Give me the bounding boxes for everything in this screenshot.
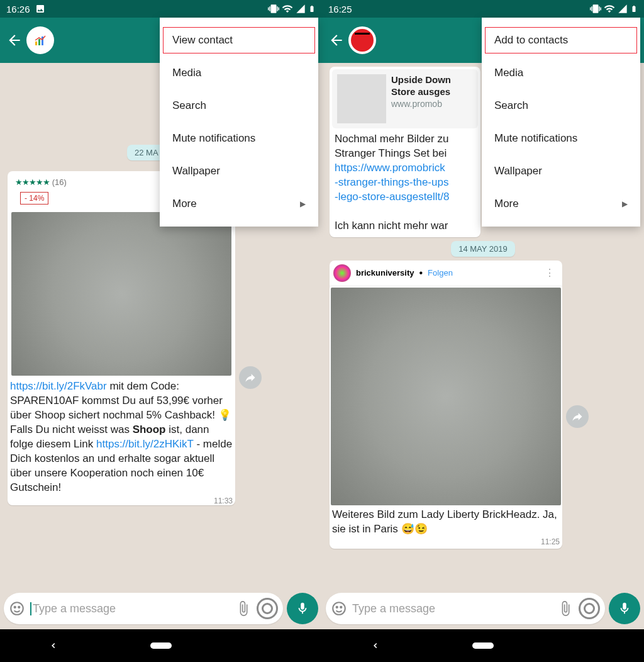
instagram-name: brickuniversity <box>356 268 414 278</box>
message-time: 11:25 <box>330 537 562 549</box>
camera-icon[interactable] <box>257 598 278 619</box>
message-bubble[interactable]: Upside DownStore ausges www.promob Nochm… <box>330 67 480 237</box>
message-text: Weiteres Bild zum Lady Liberty BrickHead… <box>330 507 562 538</box>
menu-add-to-contacts[interactable]: Add to contacts <box>482 24 640 57</box>
svg-rect-1 <box>38 39 40 45</box>
status-time: 16:26 <box>6 4 30 14</box>
forward-button[interactable] <box>566 405 589 428</box>
message-text: https://bit.ly/2FkVabr mit dem Code: SPA… <box>8 378 235 496</box>
contact-avatar[interactable] <box>26 26 54 54</box>
battery-icon <box>308 3 316 14</box>
svg-rect-0 <box>35 42 37 45</box>
nav-back[interactable] <box>43 639 64 652</box>
menu-media[interactable]: Media <box>482 57 640 89</box>
vibrate-icon <box>590 3 601 14</box>
signal-icon <box>296 4 306 14</box>
instagram-follow[interactable]: Folgen <box>428 268 453 278</box>
menu-more[interactable]: More▶ <box>160 188 318 220</box>
nav-home[interactable] <box>472 639 494 652</box>
image-preview <box>331 288 561 505</box>
message-text: Nochmal mehr Bilder zu Stranger Things S… <box>332 131 478 235</box>
menu-view-contact[interactable]: View contact <box>160 24 318 57</box>
message-input-pill <box>4 593 283 624</box>
status-bar: 16:26 <box>0 0 322 18</box>
svg-point-8 <box>340 607 341 608</box>
nav-bar <box>0 629 322 662</box>
wifi-icon <box>604 3 615 14</box>
link-preview: Upside DownStore ausges www.promob <box>332 69 478 128</box>
back-button[interactable] <box>4 28 25 53</box>
preview-thumb <box>337 74 386 123</box>
overflow-menu: Add to contacts Media Search Mute notifi… <box>482 18 640 227</box>
svg-point-5 <box>18 607 19 608</box>
date-separator: 14 MAY 2019 <box>326 241 640 257</box>
overflow-menu: View contact Media Search Mute notificat… <box>160 18 318 227</box>
instagram-header: brickuniversity • Folgen ⋮ <box>330 261 562 286</box>
nav-home[interactable] <box>150 639 172 652</box>
attach-icon[interactable] <box>235 600 252 617</box>
mic-button[interactable] <box>609 593 640 624</box>
status-time: 16:25 <box>328 4 352 14</box>
input-row <box>0 590 322 629</box>
message-input[interactable] <box>352 602 552 615</box>
attach-icon[interactable] <box>557 600 574 617</box>
menu-media[interactable]: Media <box>160 57 318 89</box>
message-bubble[interactable]: brickuniversity • Folgen ⋮ Weiteres Bild… <box>330 261 562 549</box>
nav-back[interactable] <box>365 639 386 652</box>
back-button[interactable] <box>326 28 347 53</box>
emoji-icon[interactable] <box>331 600 347 617</box>
nav-recent[interactable] <box>258 639 279 652</box>
image-preview <box>11 212 231 376</box>
battery-icon <box>630 3 638 14</box>
mic-button[interactable] <box>287 593 318 624</box>
menu-mute[interactable]: Mute notifications <box>482 122 640 155</box>
forward-button[interactable] <box>239 366 262 389</box>
svg-point-7 <box>336 607 338 608</box>
status-bar: 16:25 <box>322 0 644 18</box>
svg-point-3 <box>11 602 23 615</box>
instagram-avatar <box>333 264 351 282</box>
menu-wallpaper[interactable]: Wallpaper <box>160 155 318 188</box>
camera-icon[interactable] <box>579 598 600 619</box>
signal-icon <box>618 4 628 14</box>
date-pill: 22 MA <box>127 145 164 160</box>
phone-right: 16:25 Upside DownStore ausges www.pro <box>322 0 644 662</box>
menu-wallpaper[interactable]: Wallpaper <box>482 155 640 188</box>
picture-icon <box>35 4 45 14</box>
svg-point-4 <box>14 607 16 608</box>
message-input-pill <box>326 593 605 624</box>
contact-avatar[interactable] <box>348 26 376 54</box>
discount-badge: - 14% <box>20 192 48 205</box>
preview-text: Upside DownStore ausges www.promob <box>391 74 451 123</box>
nav-bar <box>322 629 644 662</box>
message-time: 11:33 <box>8 496 235 505</box>
input-row <box>322 590 644 629</box>
emoji-icon[interactable] <box>9 600 25 617</box>
menu-mute[interactable]: Mute notifications <box>160 122 318 155</box>
vibrate-icon <box>268 3 279 14</box>
menu-search[interactable]: Search <box>482 89 640 122</box>
menu-search[interactable]: Search <box>160 89 318 122</box>
svg-point-6 <box>333 602 345 615</box>
menu-more[interactable]: More▶ <box>482 188 640 220</box>
wifi-icon <box>282 3 293 14</box>
phone-left: 16:26 22 MA TO ★★★★ <box>0 0 322 662</box>
instagram-more-icon[interactable]: ⋮ <box>545 267 558 279</box>
nav-recent[interactable] <box>580 639 601 652</box>
message-input[interactable] <box>30 602 230 615</box>
